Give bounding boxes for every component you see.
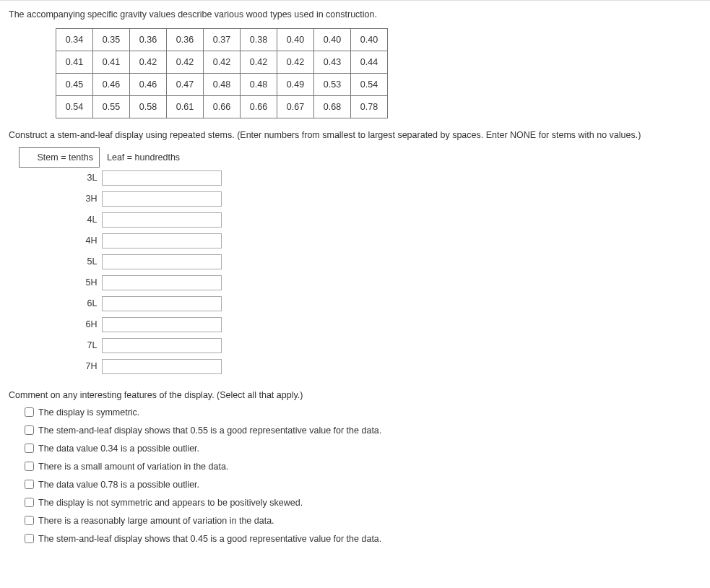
option-checkbox-1[interactable] bbox=[25, 425, 34, 435]
data-cell: 0.42 bbox=[204, 51, 241, 74]
leaf-input-3L[interactable] bbox=[102, 170, 222, 186]
data-cell: 0.41 bbox=[56, 51, 93, 74]
data-cell: 0.78 bbox=[351, 96, 388, 118]
stem-label-4L: 4L bbox=[20, 209, 100, 230]
option-label: The stem-and-leaf display shows that 0.4… bbox=[38, 531, 381, 547]
stem-label-3L: 3L bbox=[20, 168, 100, 189]
data-cell: 0.42 bbox=[167, 51, 204, 74]
data-cell: 0.46 bbox=[130, 74, 167, 96]
option-checkbox-3[interactable] bbox=[25, 462, 34, 471]
data-cell: 0.41 bbox=[93, 51, 130, 74]
data-cell: 0.40 bbox=[277, 29, 314, 51]
data-cell: 0.43 bbox=[314, 51, 351, 74]
data-cell: 0.38 bbox=[241, 29, 277, 51]
data-cell: 0.66 bbox=[241, 96, 277, 118]
data-cell: 0.48 bbox=[241, 74, 277, 96]
data-cell: 0.37 bbox=[204, 29, 241, 51]
data-table: 0.340.350.360.360.370.380.400.400.400.41… bbox=[56, 28, 388, 118]
option-checkbox-4[interactable] bbox=[25, 480, 34, 489]
data-cell: 0.40 bbox=[314, 29, 351, 51]
data-cell: 0.34 bbox=[56, 29, 93, 51]
data-cell: 0.53 bbox=[314, 74, 351, 96]
option-row: The data value 0.78 is a possible outlie… bbox=[22, 477, 701, 493]
data-cell: 0.54 bbox=[56, 96, 93, 118]
option-row: The display is not symmetric and appears… bbox=[22, 495, 701, 511]
option-row: The display is symmetric. bbox=[22, 405, 701, 420]
data-cell: 0.68 bbox=[314, 96, 351, 118]
data-cell: 0.45 bbox=[56, 74, 93, 96]
data-cell: 0.66 bbox=[204, 96, 241, 118]
stem-label-5H: 5H bbox=[20, 272, 100, 293]
comment-prompt: Comment on any interesting features of t… bbox=[9, 390, 701, 400]
leaf-input-5H[interactable] bbox=[102, 275, 222, 290]
option-label: The data value 0.34 is a possible outlie… bbox=[38, 441, 199, 457]
data-cell: 0.48 bbox=[204, 74, 241, 96]
option-checkbox-7[interactable] bbox=[25, 534, 34, 543]
data-cell: 0.67 bbox=[277, 96, 314, 118]
stem-label-6H: 6H bbox=[20, 314, 100, 335]
data-cell: 0.55 bbox=[93, 96, 130, 118]
data-cell: 0.40 bbox=[351, 29, 388, 51]
option-row: There is a reasonably large amount of va… bbox=[22, 513, 701, 529]
data-cell: 0.46 bbox=[93, 74, 130, 96]
data-cell: 0.36 bbox=[167, 29, 204, 51]
option-checkbox-2[interactable] bbox=[25, 444, 34, 453]
leaf-header: Leaf = hundredths bbox=[100, 148, 224, 168]
option-checkbox-5[interactable] bbox=[25, 498, 34, 507]
option-row: The stem-and-leaf display shows that 0.4… bbox=[22, 531, 701, 547]
data-cell: 0.42 bbox=[130, 51, 167, 74]
option-row: There is a small amount of variation in … bbox=[22, 459, 701, 475]
leaf-input-6L[interactable] bbox=[102, 296, 222, 311]
leaf-input-7L[interactable] bbox=[102, 338, 222, 353]
data-cell: 0.47 bbox=[167, 74, 204, 96]
option-label: There is a reasonably large amount of va… bbox=[38, 513, 274, 529]
data-cell: 0.35 bbox=[93, 29, 130, 51]
intro-text: The accompanying specific gravity values… bbox=[9, 7, 701, 28]
data-cell: 0.58 bbox=[130, 96, 167, 118]
data-cell: 0.54 bbox=[351, 74, 388, 96]
stem-label-5L: 5L bbox=[20, 251, 100, 272]
data-cell: 0.49 bbox=[277, 74, 314, 96]
leaf-input-4H[interactable] bbox=[102, 233, 222, 248]
stem-label-6L: 6L bbox=[20, 293, 100, 314]
option-row: The data value 0.34 is a possible outlie… bbox=[22, 441, 701, 457]
instruction-text: Construct a stem-and-leaf display using … bbox=[9, 130, 701, 140]
leaf-input-3H[interactable] bbox=[102, 191, 222, 207]
data-cell: 0.42 bbox=[277, 51, 314, 74]
option-checkbox-6[interactable] bbox=[25, 516, 34, 525]
leaf-input-6H[interactable] bbox=[102, 317, 222, 332]
data-cell: 0.61 bbox=[167, 96, 204, 118]
option-label: The display is not symmetric and appears… bbox=[38, 495, 303, 511]
data-cell: 0.36 bbox=[130, 29, 167, 51]
option-label: The data value 0.78 is a possible outlie… bbox=[38, 477, 199, 493]
option-label: There is a small amount of variation in … bbox=[38, 459, 228, 475]
stem-label-3H: 3H bbox=[20, 189, 100, 209]
leaf-input-4L[interactable] bbox=[102, 212, 222, 228]
stem-header: Stem = tenths bbox=[20, 148, 100, 168]
option-row: The stem-and-leaf display shows that 0.5… bbox=[22, 423, 701, 438]
data-cell: 0.42 bbox=[241, 51, 277, 74]
option-label: The stem-and-leaf display shows that 0.5… bbox=[38, 423, 381, 438]
option-label: The display is symmetric. bbox=[38, 405, 139, 420]
leaf-input-5L[interactable] bbox=[102, 254, 222, 269]
stem-label-7H: 7H bbox=[20, 356, 100, 377]
stem-leaf-table: Stem = tenths Leaf = hundredths 3L3H4L4H… bbox=[19, 147, 224, 377]
leaf-input-7H[interactable] bbox=[102, 359, 222, 374]
stem-label-4H: 4H bbox=[20, 230, 100, 251]
option-checkbox-0[interactable] bbox=[25, 407, 34, 417]
stem-label-7L: 7L bbox=[20, 335, 100, 356]
data-cell: 0.44 bbox=[351, 51, 388, 74]
